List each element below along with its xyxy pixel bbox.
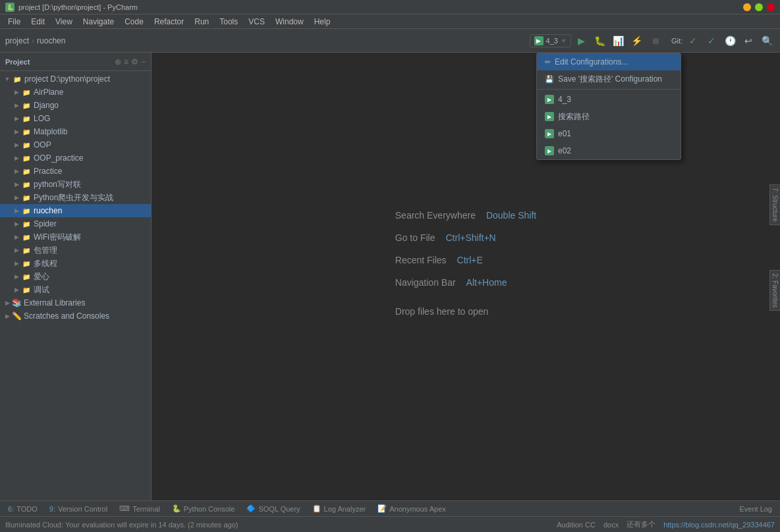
pachong-folder-icon: 📁 xyxy=(21,192,32,203)
django-label: Django xyxy=(34,101,59,110)
run-config-selector[interactable]: ▶ 4_3 ▼ xyxy=(530,34,571,47)
breadcrumb: project › ruochen xyxy=(5,36,65,45)
practice-label: Practice xyxy=(34,167,62,176)
git-check-button[interactable]: ✓ xyxy=(685,33,701,49)
tree-item-tiaoshi[interactable]: ▶ 📁 调试 xyxy=(0,283,151,296)
coverage-button[interactable]: 📊 xyxy=(611,33,627,49)
profile-button[interactable]: ⚡ xyxy=(629,33,645,49)
menu-tools[interactable]: Tools xyxy=(214,16,243,28)
tree-item-airplane[interactable]: ▶ 📁 AirPlane xyxy=(0,86,151,99)
menu-refactor[interactable]: Refactor xyxy=(149,16,189,28)
airplane-arrow: ▶ xyxy=(12,89,21,95)
tree-item-spider[interactable]: ▶ 📁 Spider xyxy=(0,217,151,230)
tab-anonymous-apex[interactable]: 📝 Anonymous Apex xyxy=(372,503,451,514)
config-e01-label: e01 xyxy=(558,129,571,138)
search-everywhere-button[interactable]: 🔍 xyxy=(759,33,775,49)
duilian-folder-icon: 📁 xyxy=(21,179,32,190)
status-url[interactable]: https://blog.csdn.net/qq_29334467 xyxy=(663,521,775,529)
todo-label: TODO xyxy=(16,505,38,513)
menu-view[interactable]: View xyxy=(50,16,78,28)
event-log-tab[interactable]: Event Log xyxy=(734,504,777,514)
tree-item-aixin[interactable]: ▶ 📁 爱心 xyxy=(0,270,151,283)
edit-config-label: Edit Configurations... xyxy=(555,57,628,66)
git-history-button[interactable]: 🕐 xyxy=(722,33,738,49)
dropdown-save-config[interactable]: 💾 Save '搜索路径' Configuration xyxy=(537,70,681,88)
project-tree: ▼ 📁 project D:\python\project ▶ 📁 AirPla… xyxy=(0,71,151,500)
tree-item-wifi[interactable]: ▶ 📁 WiFi密码破解 xyxy=(0,230,151,244)
git-label: Git: xyxy=(671,37,682,45)
menu-code[interactable]: Code xyxy=(119,16,149,28)
tab-python-console[interactable]: 🐍 Python Console xyxy=(167,503,240,514)
maximize-button[interactable] xyxy=(755,3,763,11)
menu-edit[interactable]: Edit xyxy=(26,16,50,28)
baoguan-label: 包管理 xyxy=(34,245,57,256)
dropdown-e01[interactable]: ▶ e01 xyxy=(537,125,681,142)
dropdown-edit-configs[interactable]: ✏ Edit Configurations... xyxy=(537,53,681,70)
menu-help[interactable]: Help xyxy=(309,16,336,28)
structure-tab[interactable]: 7: Structure xyxy=(769,184,780,225)
run-config-dropdown-arrow: ▼ xyxy=(561,38,567,44)
tab-log-analyzer[interactable]: 📋 Log Analyzer xyxy=(307,503,372,514)
dropdown-e02[interactable]: ▶ e02 xyxy=(537,142,681,159)
tree-item-ooppractice[interactable]: ▶ 📁 OOP_practice xyxy=(0,151,151,165)
root-folder-icon: 📁 xyxy=(12,74,22,84)
favorites-tab[interactable]: 2: Favorites xyxy=(769,270,780,311)
menu-navigate[interactable]: Navigate xyxy=(78,16,119,28)
soql-icon: 🔷 xyxy=(246,504,256,513)
django-arrow: ▶ xyxy=(12,102,21,109)
practice-folder-icon: 📁 xyxy=(21,166,32,176)
panel-close-icon[interactable]: − xyxy=(141,57,146,66)
tab-version-control[interactable]: 9: Version Control xyxy=(44,504,113,514)
menu-vcs[interactable]: VCS xyxy=(243,16,270,28)
tree-item-external-libs[interactable]: ▶ 📚 External Libraries xyxy=(0,296,151,309)
ruochen-arrow: ▶ xyxy=(12,207,21,214)
tab-todo[interactable]: 6: TODO xyxy=(3,504,43,514)
log-label: LOG xyxy=(34,114,50,123)
tree-item-python-duilian[interactable]: ▶ 📁 python写对联 xyxy=(0,178,151,191)
menu-file[interactable]: File xyxy=(3,16,26,28)
recent-files-action: Recent Files xyxy=(395,255,447,265)
panel-collapse-icon[interactable]: ≡ xyxy=(124,57,128,66)
baoguan-arrow: ▶ xyxy=(12,247,21,253)
dropdown-43[interactable]: ▶ 4_3 xyxy=(537,91,681,108)
debug-button[interactable]: 🐛 xyxy=(592,33,608,49)
close-button[interactable] xyxy=(767,3,775,11)
taskbar-more[interactable]: 还有多个 xyxy=(627,519,655,529)
tab-soql[interactable]: 🔷 SOQL Query xyxy=(241,503,305,514)
soql-label: SOQL Query xyxy=(258,505,300,513)
ruochen-folder-icon: 📁 xyxy=(21,205,32,216)
ooppractice-arrow: ▶ xyxy=(12,155,21,161)
menu-run[interactable]: Run xyxy=(189,16,214,28)
taskbar-docx[interactable]: docx xyxy=(603,521,619,529)
breadcrumb-project: project xyxy=(5,36,29,45)
tree-item-oop[interactable]: ▶ 📁 OOP xyxy=(0,138,151,151)
panel-settings-icon[interactable]: ⊕ xyxy=(115,57,121,66)
tree-item-baoguan[interactable]: ▶ 📁 包管理 xyxy=(0,244,151,257)
tree-item-duoxiancheng[interactable]: ▶ 📁 多线程 xyxy=(0,257,151,270)
tab-terminal[interactable]: ⌨ Terminal xyxy=(114,503,165,514)
main-editor-area: Search Everywhere Double Shift Go to Fil… xyxy=(152,53,780,500)
stop-button[interactable]: ⏹ xyxy=(648,33,663,49)
tree-item-matplotlib[interactable]: ▶ 📁 Matplotlib xyxy=(0,125,151,138)
tree-item-pachong[interactable]: ▶ 📁 Python爬虫开发与实战 xyxy=(0,191,151,204)
panel-gear-icon[interactable]: ⚙ xyxy=(131,57,138,66)
run-config-icon: ▶ xyxy=(534,36,543,45)
tree-item-scratches[interactable]: ▶ ✏️ Scratches and Consoles xyxy=(0,309,151,323)
tree-item-log[interactable]: ▶ 📁 LOG xyxy=(0,112,151,125)
tree-item-practice[interactable]: ▶ 📁 Practice xyxy=(0,165,151,178)
log-analyzer-icon: 📋 xyxy=(312,504,321,513)
run-area: ▶ 4_3 ▼ ▶ 🐛 📊 ⚡ ⏹ Git: ✓ ✓ 🕐 ↩ 🔍 xyxy=(530,33,775,49)
dropdown-sousuolujing[interactable]: ▶ 搜索路径 xyxy=(537,108,681,125)
menu-window[interactable]: Window xyxy=(270,16,309,28)
minimize-button[interactable] xyxy=(743,3,751,11)
oop-folder-icon: 📁 xyxy=(21,140,32,150)
vc-num: 9: xyxy=(49,505,55,513)
tree-root[interactable]: ▼ 📁 project D:\python\project xyxy=(0,72,151,86)
git-push-button[interactable]: ✓ xyxy=(704,33,719,49)
status-right-area: Audition CC docx 还有多个 https://blog.csdn.… xyxy=(557,519,775,529)
tree-item-django[interactable]: ▶ 📁 Django xyxy=(0,99,151,112)
git-rollback-button[interactable]: ↩ xyxy=(740,33,756,49)
taskbar-audition[interactable]: Audition CC xyxy=(557,521,596,529)
run-button[interactable]: ▶ xyxy=(574,33,590,49)
tree-item-ruochen[interactable]: ▶ 📁 ruochen xyxy=(0,204,151,217)
